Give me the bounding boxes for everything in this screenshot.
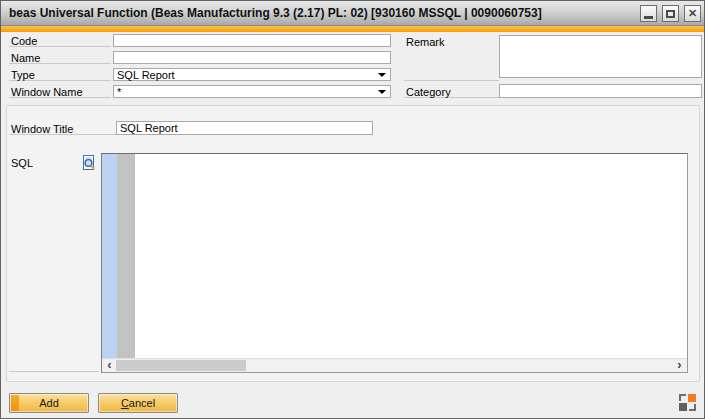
maximize-icon xyxy=(666,10,675,18)
scroll-left-icon[interactable]: ‹ xyxy=(102,359,117,372)
window-name-label: Window Name xyxy=(11,86,83,99)
close-button[interactable]: ✕ xyxy=(684,5,701,22)
remark-textarea[interactable] xyxy=(499,35,702,78)
name-label-cell: Name xyxy=(9,51,111,64)
sql-preview-icon[interactable] xyxy=(81,155,97,171)
type-label-cell: Type xyxy=(9,68,111,81)
window-title-input[interactable] xyxy=(116,121,373,135)
resize-grip-icon[interactable] xyxy=(679,394,696,411)
scroll-right-icon[interactable]: › xyxy=(672,359,687,372)
sql-editor-textarea[interactable] xyxy=(135,154,687,358)
cancel-button-label: ancel xyxy=(129,397,155,409)
window-name-combobox[interactable]: * xyxy=(113,85,391,98)
add-button-label: Add xyxy=(39,397,59,409)
sql-label: SQL xyxy=(11,157,33,170)
titlebar[interactable]: beas Universal Function (Beas Manufactur… xyxy=(1,1,704,26)
chevron-down-icon xyxy=(378,73,386,77)
name-label: Name xyxy=(11,52,40,65)
window-title-label-cell: Window Title xyxy=(9,121,116,135)
chevron-down-icon xyxy=(378,90,386,94)
type-label: Type xyxy=(11,69,35,82)
cancel-button[interactable]: Cancel xyxy=(98,393,178,413)
beas-universal-function-window: beas Universal Function (Beas Manufactur… xyxy=(0,0,705,419)
minimize-icon xyxy=(644,16,653,19)
type-combobox-value: SQL Report xyxy=(117,69,175,81)
close-icon: ✕ xyxy=(688,8,697,19)
remark-label-cell: Remark xyxy=(404,35,499,81)
accent-strip xyxy=(1,26,704,32)
window-name-combobox-value: * xyxy=(117,86,121,98)
window-title-label: Window Title xyxy=(11,123,73,136)
editor-selection-gutter xyxy=(102,154,117,358)
editor-line-gutter xyxy=(117,154,135,358)
category-input[interactable] xyxy=(499,84,702,98)
window-name-label-cell: Window Name xyxy=(9,85,111,98)
minimize-button[interactable] xyxy=(640,5,657,22)
window-title-text: beas Universal Function (Beas Manufactur… xyxy=(9,1,542,26)
name-input[interactable] xyxy=(113,51,391,64)
cancel-button-mnemonic: C xyxy=(121,397,129,409)
maximize-button[interactable] xyxy=(662,5,679,22)
code-input[interactable] xyxy=(113,34,391,47)
horizontal-scrollbar[interactable]: ‹ › xyxy=(102,358,687,372)
code-label: Code xyxy=(11,35,37,48)
add-button[interactable]: Add xyxy=(9,393,89,413)
sql-label-underline xyxy=(9,359,99,372)
default-button-accent xyxy=(11,395,19,411)
code-label-cell: Code xyxy=(9,34,111,47)
sql-editor[interactable]: ‹ › xyxy=(101,153,688,373)
scrollbar-thumb[interactable] xyxy=(116,360,246,371)
category-label-cell: Category xyxy=(404,85,499,98)
category-label: Category xyxy=(406,86,451,99)
remark-label: Remark xyxy=(406,36,445,49)
type-combobox[interactable]: SQL Report xyxy=(113,68,391,81)
